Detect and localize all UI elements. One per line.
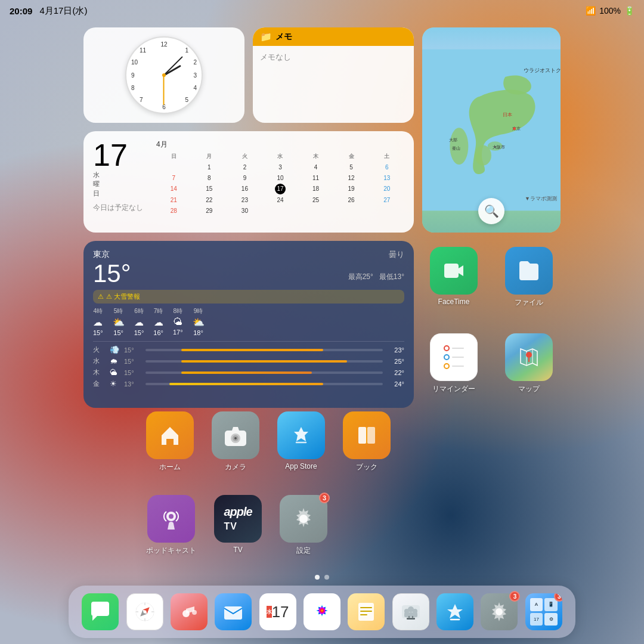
weather-temp: 15°: [93, 260, 131, 287]
dock-notes[interactable]: [348, 593, 385, 630]
cal-header-wed: 水: [263, 152, 298, 162]
camera-label: カメラ: [225, 462, 246, 472]
weather-forecast: 火 💨 15° 23° 水 🌧 15° 25° 木 🌥 15°: [93, 345, 404, 388]
weather-high-low: 最高25° 最低13°: [348, 272, 404, 282]
dock-applib-icon: A 📱 17 ⚙ 3: [525, 593, 562, 630]
hourly-9: 9時 ⛅ 18°: [193, 307, 205, 336]
notes-folder-icon: 📁: [260, 31, 272, 42]
svg-rect-18: [367, 427, 375, 444]
maps-app[interactable]: マップ: [497, 333, 561, 394]
wifi-icon: 📶: [586, 6, 596, 16]
dock-notes-icon: [348, 593, 385, 630]
svg-text:大部: 大部: [449, 138, 457, 142]
alert-text: ⚠ 大雪警報: [106, 292, 140, 301]
appstore-icon: [277, 411, 325, 459]
books-icon: [343, 411, 391, 459]
notes-empty-text: メモなし: [260, 52, 291, 61]
dock-mail-icon: [215, 593, 252, 630]
forecast-fri: 金 ☀ 13° 24°: [93, 379, 404, 388]
cal-header-mon: 月: [192, 152, 227, 162]
map-widget[interactable]: ウラジオストク 日本 東京 大阪市 大部 釜山 ▼ラマポ測測 🔍: [422, 27, 561, 233]
clock-num-8: 8: [131, 85, 135, 91]
tv-app[interactable]: apple TV TV: [214, 495, 262, 556]
battery-text: 100%: [599, 6, 621, 16]
podcasts-app[interactable]: ポッドキャスト: [146, 495, 196, 556]
dock-music-icon: [171, 593, 208, 630]
dock-mail[interactable]: [215, 593, 252, 630]
calendar-widget[interactable]: 17 水曜日 今日は予定なし 4月 日 月 火 水 木 金 土 1 2 3 4 …: [83, 131, 414, 233]
clock-num-3: 3: [193, 72, 197, 79]
app-row-1: ホーム カメラ App Store ブック: [146, 411, 391, 472]
right-apps: FaceTime ファイル リマインダー マップ: [422, 241, 561, 408]
dock-calendar-icon: 水 17: [259, 593, 296, 630]
forecast-tue: 火 💨 15° 23°: [93, 345, 404, 354]
appstore-app[interactable]: App Store: [277, 411, 325, 472]
svg-rect-35: [407, 618, 415, 620]
svg-point-16: [234, 437, 237, 439]
dock-messages[interactable]: [82, 593, 119, 630]
second-hand: [163, 75, 165, 105]
settings-label: 設定: [296, 546, 311, 556]
books-label: ブック: [356, 462, 377, 472]
app-row-2: ポッドキャスト apple TV TV 3 設定: [146, 495, 327, 556]
facetime-icon: [430, 247, 478, 295]
map-background: ウラジオストク 日本 東京 大阪市 大部 釜山 ▼ラマポ測測 🔍: [422, 27, 561, 233]
cal-header-thu: 木: [298, 152, 333, 162]
clock-num-1: 1: [185, 47, 188, 54]
map-search-button[interactable]: 🔍: [478, 198, 504, 224]
podcasts-icon: [147, 495, 195, 543]
svg-point-12: [526, 352, 532, 358]
clock-num-12: 12: [160, 41, 167, 48]
calendar-today: 17: [275, 184, 286, 194]
calendar-right: 4月 日 月 火 水 木 金 土 1 2 3 4 5 6 7 8 9: [156, 140, 404, 224]
weather-city: 東京: [93, 249, 131, 260]
camera-app[interactable]: カメラ: [212, 411, 259, 472]
svg-point-9: [513, 127, 516, 130]
settings-app[interactable]: 3 設定: [280, 495, 327, 556]
cal-header-tue: 火: [227, 152, 262, 162]
dock-settings[interactable]: 3: [481, 593, 518, 630]
dock-appstore-icon: [436, 593, 473, 630]
files-app[interactable]: ファイル: [497, 247, 561, 308]
forecast-thu: 木 🌥 15° 22°: [93, 368, 404, 377]
notes-title: メモ: [275, 32, 292, 42]
status-right: 📶 100% 🔋: [586, 6, 634, 16]
clock-widget[interactable]: 12 3 6 9 1 11 2 4 5 7 8 10: [83, 27, 244, 123]
clock-num-4: 4: [193, 85, 197, 91]
center-dot: [162, 73, 166, 77]
calendar-day-number: 17: [93, 140, 147, 171]
dock-applib[interactable]: A 📱 17 ⚙ 3: [525, 593, 562, 630]
page-dots: [315, 575, 329, 580]
dock-icloud[interactable]: [392, 593, 429, 630]
files-icon: [505, 247, 553, 295]
maps-label: マップ: [518, 384, 540, 394]
dock-photos[interactable]: [304, 593, 340, 630]
dock-calendar[interactable]: 水 17: [259, 593, 296, 630]
dock-music[interactable]: [171, 593, 208, 630]
calendar-day-label: 水曜日: [93, 171, 147, 198]
dock-safari[interactable]: [126, 593, 163, 630]
reminders-app[interactable]: リマインダー: [422, 333, 485, 394]
dock-icloud-icon: [392, 593, 429, 630]
notes-widget[interactable]: 📁 メモ メモなし: [253, 27, 414, 123]
calendar-no-event: 今日は予定なし: [93, 203, 147, 213]
calendar-month-header: 4月: [156, 140, 404, 150]
weather-widget[interactable]: 東京 15° 曇り 最高25° 最低13° ⚠ ⚠ 大雪警報 4時 ☁ 15: [83, 241, 414, 408]
dock: 水 17: [69, 586, 575, 638]
home-app[interactable]: ホーム: [146, 411, 194, 472]
page-dot-2: [324, 575, 329, 580]
battery-icon: 🔋: [624, 6, 634, 16]
dock-appstore[interactable]: [436, 593, 473, 630]
books-app[interactable]: ブック: [343, 411, 391, 472]
hourly-4: 4時 ☁ 15°: [93, 307, 103, 336]
hourly-6: 6時 ☁ 15°: [134, 307, 144, 336]
facetime-app[interactable]: FaceTime: [422, 247, 485, 306]
clock-num-5: 5: [185, 97, 188, 103]
vladivostok-label: ウラジオストク: [524, 67, 561, 73]
dock-photos-icon: [304, 593, 340, 630]
reminders-icon: [430, 333, 478, 381]
alert-icon: ⚠: [98, 293, 104, 301]
appstore-label: App Store: [285, 462, 317, 470]
maps-icon: [505, 333, 553, 381]
podcasts-label: ポッドキャスト: [146, 546, 196, 556]
